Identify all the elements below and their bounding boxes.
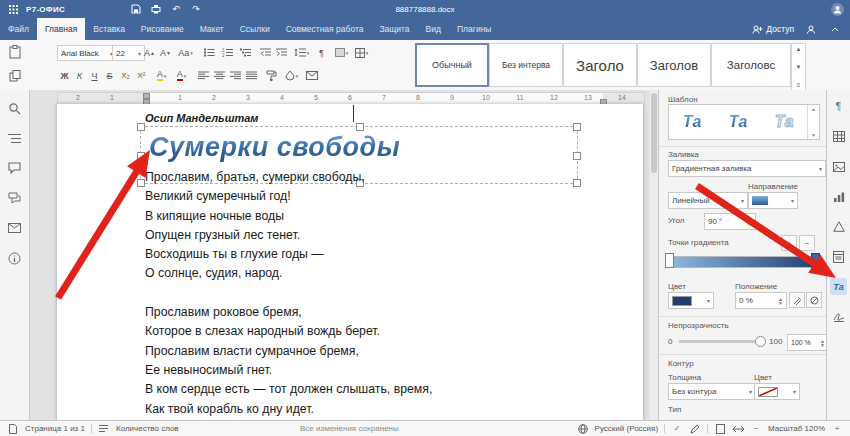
- gradient-stop-left[interactable]: [665, 253, 674, 268]
- borders-icon[interactable]: ▾: [352, 45, 371, 60]
- style-normal[interactable]: Обычный: [415, 43, 489, 87]
- shape-settings-icon[interactable]: [830, 218, 847, 235]
- paste-icon[interactable]: [7, 44, 22, 59]
- language-selector[interactable]: Русский (Россия): [595, 424, 658, 433]
- redo-icon[interactable]: ↷: [189, 2, 203, 16]
- tab-references[interactable]: Ссылки: [232, 18, 278, 40]
- copy-icon[interactable]: [7, 68, 22, 83]
- undo-icon[interactable]: ↶: [169, 2, 183, 16]
- outline-thickness-select[interactable]: Без контура▾: [668, 383, 756, 400]
- word-count-label[interactable]: Количество слов: [116, 424, 179, 433]
- save-icon[interactable]: [129, 2, 143, 16]
- fill-type-select[interactable]: Градиентная заливка▾: [668, 160, 826, 177]
- highlight-color-icon[interactable]: А▾: [152, 68, 171, 83]
- underline-button[interactable]: Ч: [87, 68, 102, 83]
- textart-template-sample[interactable]: Та: [715, 113, 761, 131]
- tab-protection[interactable]: Защита: [371, 18, 417, 40]
- scrollbar-thumb[interactable]: [651, 93, 657, 173]
- spinner-arrows-icon[interactable]: ▲▼: [747, 218, 752, 226]
- chat-icon[interactable]: [7, 190, 23, 206]
- align-center-icon[interactable]: [212, 68, 227, 83]
- shading-icon[interactable]: ▾: [332, 45, 351, 60]
- gradient-color-button[interactable]: ▾: [668, 292, 714, 309]
- strikethrough-button[interactable]: S: [102, 68, 117, 83]
- track-changes-icon[interactable]: [689, 423, 701, 435]
- style-heading1[interactable]: Заголо: [563, 43, 637, 87]
- italic-button[interactable]: К: [72, 68, 87, 83]
- tab-view[interactable]: Вид: [418, 18, 449, 40]
- style-no-spacing[interactable]: Без интерва: [489, 43, 563, 87]
- zoom-out-button[interactable]: −: [750, 423, 762, 435]
- share-access-button[interactable]: Доступ: [752, 24, 794, 34]
- textart-template-sample[interactable]: Та: [669, 113, 715, 131]
- increase-font-icon[interactable]: А▲: [142, 45, 157, 60]
- align-justify-icon[interactable]: [244, 68, 259, 83]
- tab-layout[interactable]: Макет: [192, 18, 232, 40]
- nonprinting-characters-icon[interactable]: ¶: [314, 45, 329, 60]
- font-color-icon[interactable]: А▾: [172, 68, 191, 83]
- spinner-arrows-icon[interactable]: ▲▼: [778, 297, 783, 305]
- align-left-icon[interactable]: [196, 68, 211, 83]
- remove-gradient-point-button[interactable]: −: [799, 235, 815, 251]
- template-gallery-scrollbar[interactable]: ▲▼: [807, 105, 819, 139]
- gradient-bar[interactable]: [668, 256, 820, 268]
- fit-width-icon[interactable]: [732, 423, 744, 435]
- signature-settings-icon[interactable]: [830, 308, 847, 325]
- eyedropper-icon[interactable]: [789, 292, 805, 308]
- fit-page-icon[interactable]: [714, 423, 726, 435]
- image-settings-icon[interactable]: [830, 158, 847, 175]
- angle-spinner[interactable]: 90 ° ▲▼: [704, 213, 756, 230]
- change-case-icon[interactable]: Аа▾: [176, 45, 195, 60]
- print-icon[interactable]: [149, 2, 163, 16]
- tab-insert[interactable]: Вставка: [85, 18, 133, 40]
- document-page[interactable]: Осип Мандельштам Сумерки свободы Прослав…: [57, 104, 643, 421]
- outline-color-button[interactable]: ▾: [754, 383, 800, 400]
- poem-text[interactable]: Прославим, братья, сумерки свободы, Вели…: [145, 168, 432, 419]
- resize-handle-se[interactable]: [573, 179, 581, 187]
- opacity-slider-thumb[interactable]: [755, 336, 766, 347]
- paragraph-color-icon[interactable]: ▾: [282, 68, 301, 83]
- feedback-icon[interactable]: [7, 220, 23, 236]
- multilevel-list-icon[interactable]: [238, 45, 253, 60]
- style-heading3[interactable]: Заголовс: [711, 43, 791, 87]
- gradient-direction-button[interactable]: ▾: [748, 192, 798, 209]
- comments-icon[interactable]: [7, 160, 23, 176]
- document-canvas[interactable]: 2 1 1 2 3 4 5 6 7 8 9 10 11 12 13 14 Оси…: [30, 90, 659, 421]
- gallery-up-icon[interactable]: ▲: [796, 46, 802, 52]
- resize-handle-sw[interactable]: [137, 179, 145, 187]
- resize-handle-n[interactable]: [356, 123, 364, 131]
- tab-plugins[interactable]: Плагины: [449, 18, 499, 40]
- font-size-select[interactable]: 22▾: [112, 45, 145, 61]
- tab-home[interactable]: Главная: [37, 18, 85, 40]
- resize-handle-ne[interactable]: [573, 123, 581, 131]
- tab-file[interactable]: Файл: [0, 18, 37, 40]
- navigation-headings-icon[interactable]: [7, 130, 23, 146]
- textart-template-gallery[interactable]: Та Та Та ▲▼: [668, 104, 820, 140]
- zoom-in-button[interactable]: +: [831, 423, 843, 435]
- resize-handle-w[interactable]: [137, 152, 145, 160]
- gradient-stop-right[interactable]: [811, 253, 820, 268]
- no-fill-icon[interactable]: [806, 292, 822, 308]
- opacity-slider[interactable]: [679, 340, 763, 343]
- gallery-expand-icon[interactable]: ≡: [797, 82, 801, 88]
- zoom-level[interactable]: Масштаб 120%: [768, 424, 825, 433]
- bullets-icon[interactable]: [202, 45, 217, 60]
- align-right-icon[interactable]: [228, 68, 243, 83]
- style-heading2[interactable]: Заголов: [637, 43, 711, 87]
- gallery-down-icon[interactable]: ▼: [796, 64, 802, 70]
- position-spinner[interactable]: 0 % ▲▼: [735, 292, 787, 309]
- hide-toolbar-chevron-icon[interactable]: [828, 22, 842, 36]
- textart-settings-icon[interactable]: Та: [830, 278, 847, 295]
- page-info[interactable]: Страница 1 из 1: [25, 424, 85, 433]
- subscript-button[interactable]: X₂: [118, 68, 133, 83]
- tab-collaboration[interactable]: Совместная работа: [278, 18, 372, 40]
- textart-template-sample[interactable]: Та: [761, 113, 807, 131]
- bold-button[interactable]: Ж: [57, 68, 72, 83]
- increase-indent-icon[interactable]: [274, 45, 289, 60]
- resize-handle-e[interactable]: [573, 152, 581, 160]
- opacity-spinner[interactable]: 100 % ▲▼: [787, 334, 829, 351]
- table-settings-icon[interactable]: [830, 128, 847, 145]
- paragraph-settings-icon[interactable]: ¶: [830, 98, 847, 115]
- resize-handle-nw[interactable]: [137, 123, 145, 131]
- line-spacing-icon[interactable]: ▾: [292, 45, 311, 60]
